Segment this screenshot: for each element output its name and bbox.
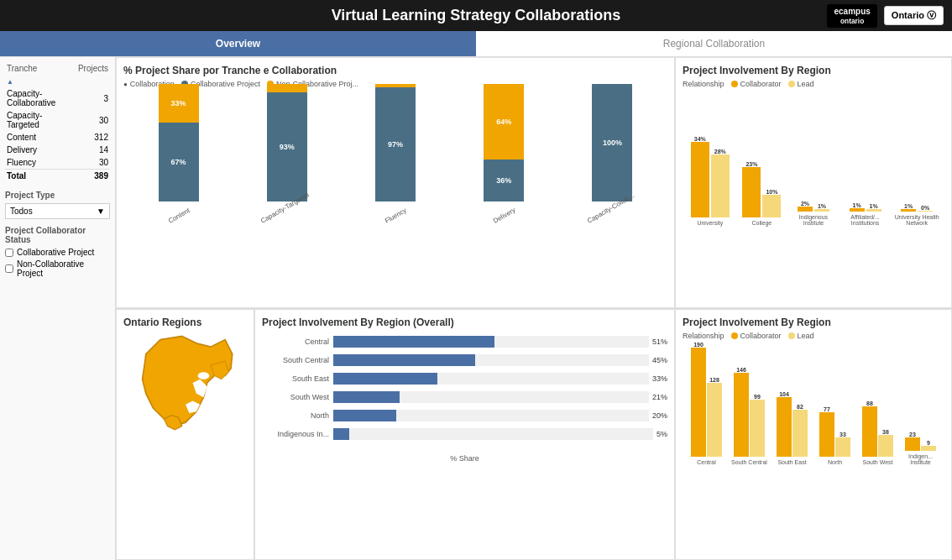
- rb-indigenous: 23 9 Indigen... Institute: [900, 432, 941, 465]
- charts-area: % Project Share por Tranche e Collaborat…: [116, 57, 952, 560]
- bar-stack-content: 33% 67%: [159, 84, 199, 201]
- tranche-count: 14: [76, 144, 110, 156]
- rb-indig-bars: 23 9: [905, 432, 936, 451]
- tranche-header: Tranche: [5, 62, 76, 75]
- rb-central: 190 128 Central: [686, 342, 727, 465]
- rg-uhn-collab: 1%: [901, 203, 916, 212]
- collab-dot-bottom: [731, 332, 738, 339]
- project-type-filter: Project Type Todos ▼: [5, 191, 110, 219]
- central-bar: [333, 336, 494, 348]
- rb-sc-collab-bar: [734, 373, 749, 457]
- ontario-svg: [131, 332, 240, 433]
- bar-top-delivery: 64%: [484, 84, 524, 160]
- south-central-label: South Central: [262, 356, 333, 364]
- rg-uhn-lead-bar: [918, 211, 933, 212]
- rg-affil-lead: 1%: [866, 203, 881, 212]
- stacked-bars-container: 33% 67% Content 93% Capacity-Targeted: [123, 92, 667, 226]
- rb-sw-label: South West: [862, 459, 892, 465]
- tranche-name: Content: [5, 131, 76, 144]
- checkbox-non-collaborative: Non-Collaborative Project: [5, 259, 110, 278]
- collaborative-checkbox[interactable]: [5, 249, 13, 257]
- bar-chart-title: % Project Share por Tranche e Collaborat…: [123, 65, 667, 76]
- rg-uhn: 1% 0% University Health Network: [892, 102, 941, 226]
- rg-univ-collab: 34%: [691, 136, 709, 217]
- south-east-bar-container: [333, 373, 649, 385]
- rb-north-collab: 77: [819, 406, 834, 457]
- tab-overview[interactable]: Overview: [0, 31, 476, 56]
- rg-univ-collab-bar: [691, 142, 709, 217]
- total-row: Total 389: [5, 170, 110, 183]
- rb-central-collab-bar: [691, 348, 706, 457]
- rb-sw-lead: 38: [878, 429, 893, 457]
- rb-sc-bars: 146 99: [734, 367, 765, 457]
- rb-north-bars: 77 33: [819, 406, 850, 457]
- lead-dot-bottom: [788, 332, 795, 339]
- rb-sw-collab: 88: [862, 400, 877, 457]
- total-count: 389: [76, 170, 110, 183]
- tab-regional[interactable]: Regional Collaboration: [476, 31, 952, 56]
- tranche-row: Delivery14: [5, 144, 110, 156]
- bar-group-cc: 100% Capacity-Collab...: [562, 84, 663, 226]
- h-bar-chart: Central 51% South Central 45%: [262, 332, 667, 451]
- indigenous-bar-container: [333, 428, 653, 440]
- rg-indig-lead: 1%: [814, 203, 829, 212]
- page-title: Virtual Learning Strategy Collaborations: [332, 7, 621, 24]
- project-type-select[interactable]: Todos ▼: [5, 203, 110, 219]
- rb-central-lead: 128: [707, 377, 722, 457]
- collaborative-label: Collaborative Project: [17, 248, 94, 257]
- rg-affiliated-label: Affiliated/... Institutions: [841, 214, 890, 226]
- tranche-name: Capacity-Collaborative: [5, 87, 76, 109]
- region-bottom-chart: Project Involvement By Region Relationsh…: [675, 309, 952, 560]
- rg-indig-collab: 2%: [798, 201, 813, 212]
- rg-college-collab: 23%: [742, 161, 761, 217]
- rg-indig-lead-bar: [814, 209, 829, 212]
- south-west-bar-container: [333, 391, 649, 403]
- rg-univ-lead-bar: [711, 154, 730, 217]
- project-type-value: Todos: [10, 207, 33, 216]
- central-pct: 51%: [652, 338, 667, 346]
- bar-label-delivery: Delivery: [492, 207, 517, 225]
- bar-stack-ct: 93%: [267, 84, 307, 201]
- central-label: Central: [262, 338, 333, 346]
- south-central-pct: 45%: [652, 356, 667, 364]
- h-bar-south-west: South West 21%: [262, 391, 667, 403]
- h-bar-north: North 20%: [262, 410, 667, 421]
- bar-group-content: 33% 67% Content: [128, 84, 229, 226]
- rb-sw-collab-bar: [862, 406, 877, 457]
- rb-sc-lead: 99: [750, 394, 765, 457]
- rg-univ-lead: 28%: [711, 149, 730, 217]
- h-bar-south-central: South Central 45%: [262, 354, 667, 366]
- rg-uhn-lead: 0%: [918, 205, 933, 212]
- bar-label-content: Content: [167, 207, 191, 225]
- tranche-table: Tranche Projects ▲ Capacity-Collaborativ…: [5, 62, 110, 182]
- rb-indig-collab: 23: [905, 432, 920, 451]
- bar-bottom-cc: 100%: [592, 84, 632, 201]
- h-bar-central: Central 51%: [262, 336, 667, 348]
- top-charts-row: % Project Share por Tranche e Collaborat…: [116, 57, 952, 308]
- central-bar-container: [333, 336, 649, 348]
- south-west-pct: 21%: [652, 393, 667, 401]
- rb-indig-collab-bar: [905, 437, 920, 451]
- rb-north-collab-bar: [819, 412, 834, 457]
- indigenous-label: Indigenous In...: [262, 430, 333, 438]
- rg-uhn-collab-bar: [901, 209, 916, 212]
- legend-relationship-top: Relationship: [683, 80, 724, 88]
- bar-label-fluency: Fluency: [384, 207, 408, 225]
- rg-college-collab-bar: [742, 167, 761, 217]
- south-east-label: South East: [262, 374, 333, 383]
- region-bottom-legend: Relationship Collaborator Lead: [683, 332, 944, 340]
- non-collaborative-checkbox[interactable]: [5, 264, 13, 273]
- rg-affil-lead-bar: [866, 209, 881, 212]
- indigenous-pct: 5%: [656, 430, 667, 438]
- chevron-down-icon: ▼: [97, 207, 105, 216]
- rb-sc-lead-bar: [750, 400, 765, 457]
- lead-dot-top: [788, 81, 795, 87]
- rb-sw-bars: 88 38: [862, 400, 893, 457]
- rg-university: 34% 28% University: [686, 108, 735, 226]
- page-header: Virtual Learning Strategy Collaborations…: [0, 0, 952, 31]
- rg-indigenous-bars: 2% 1%: [798, 102, 829, 212]
- indigenous-bar: [333, 428, 349, 440]
- ontario-map-chart: Ontario Regions: [116, 309, 254, 560]
- bar-stack-cc: 100%: [592, 84, 632, 201]
- left-panel: Tranche Projects ▲ Capacity-Collaborativ…: [0, 57, 116, 560]
